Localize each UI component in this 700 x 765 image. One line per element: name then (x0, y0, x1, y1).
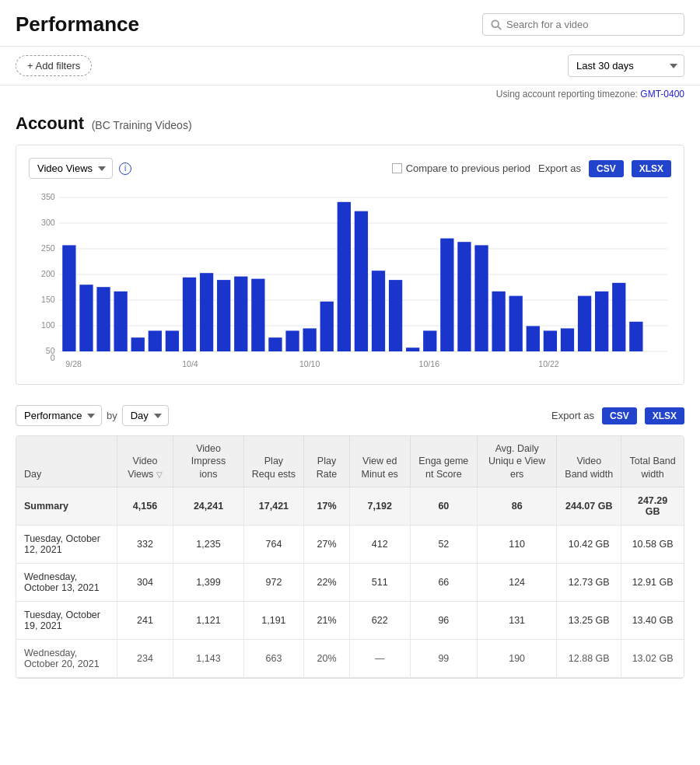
summary-video-views: 4,156 (117, 487, 173, 525)
svg-rect-43 (509, 296, 523, 351)
compare-checkbox[interactable] (392, 163, 402, 173)
table-row: Tuesday, October 19, 2021 241 1,121 1,19… (16, 601, 684, 639)
svg-text:9/28: 9/28 (65, 359, 82, 369)
row-video-bandwidth: 13.25 GB (557, 601, 621, 639)
table-row: Wednesday, October 13, 2021 304 1,399 97… (16, 563, 684, 601)
row-video-impressions: 1,121 (173, 601, 243, 639)
svg-rect-25 (200, 273, 213, 351)
date-range-select[interactable]: Last 30 days Last 7 days Last 90 days Cu… (568, 54, 684, 77)
search-icon (491, 19, 502, 30)
bottom-left-controls: Performance by Day (16, 405, 169, 426)
summary-play-requests: 17,421 (243, 487, 304, 525)
metric-select[interactable]: Video Views (29, 158, 113, 179)
chart-xlsx-button[interactable]: XLSX (632, 160, 671, 177)
add-filter-button[interactable]: + Add filters (16, 55, 92, 76)
row-play-rate: 21% (304, 601, 350, 639)
svg-rect-17 (62, 245, 75, 351)
svg-rect-45 (544, 330, 557, 351)
chart-right-controls: Compare to previous period Export as CSV… (392, 160, 671, 177)
timezone-link[interactable]: GMT-0400 (640, 89, 684, 100)
svg-rect-47 (578, 296, 591, 351)
row-video-bandwidth: 12.88 GB (557, 639, 621, 677)
svg-text:250: 250 (41, 243, 55, 253)
summary-engagement-score: 60 (410, 487, 477, 525)
svg-rect-32 (320, 302, 334, 351)
svg-rect-50 (629, 322, 642, 351)
row-viewed-minutes: 622 (349, 601, 410, 639)
col-play-rate: Play Rate (304, 436, 350, 487)
col-total-bandwidth: Total Band width (621, 436, 684, 487)
bar-chart-svg: 350 300 250 200 150 100 50 0 (29, 190, 671, 376)
row-engagement-score: 66 (410, 563, 477, 601)
summary-avg-daily-unique: 86 (477, 487, 556, 525)
summary-video-impressions: 24,241 (173, 487, 243, 525)
svg-text:350: 350 (41, 192, 55, 201)
row-engagement-score: 99 (410, 639, 477, 677)
row-play-rate: 20% (304, 639, 350, 677)
svg-rect-33 (338, 202, 351, 351)
svg-text:10/16: 10/16 (419, 359, 439, 369)
search-container (482, 13, 684, 36)
summary-row: Summary 4,156 24,241 17,421 17% 7,192 60… (16, 487, 684, 525)
info-icon[interactable]: i (119, 162, 131, 175)
row-play-rate: 27% (304, 525, 350, 563)
svg-rect-22 (149, 330, 162, 351)
summary-total-bandwidth: 247.29 GB (621, 487, 684, 525)
row-video-bandwidth: 10.42 GB (557, 525, 621, 563)
summary-viewed-minutes: 7,192 (349, 487, 410, 525)
svg-rect-31 (303, 328, 316, 351)
svg-rect-27 (234, 277, 247, 351)
svg-rect-21 (131, 337, 145, 351)
row-engagement-score: 96 (410, 601, 477, 639)
svg-text:200: 200 (41, 269, 55, 278)
data-table: Day Video Views ▽ Video Impress ions Pla… (16, 436, 684, 678)
table-xlsx-button[interactable]: XLSX (645, 407, 684, 424)
day-select[interactable]: Day (122, 405, 169, 426)
search-input[interactable] (506, 19, 676, 30)
row-total-bandwidth: 12.91 GB (621, 563, 684, 601)
svg-rect-49 (612, 283, 625, 351)
col-video-bandwidth: Video Band width (557, 436, 621, 487)
svg-rect-37 (406, 348, 419, 351)
row-video-views: 241 (117, 601, 173, 639)
svg-text:10/4: 10/4 (182, 359, 198, 369)
summary-day: Summary (16, 487, 117, 525)
svg-rect-20 (114, 292, 127, 351)
table-header-row: Day Video Views ▽ Video Impress ions Pla… (16, 436, 684, 487)
table-csv-button[interactable]: CSV (602, 407, 637, 424)
row-total-bandwidth: 10.58 GB (621, 525, 684, 563)
svg-text:0: 0 (51, 353, 55, 362)
performance-select[interactable]: Performance (16, 405, 102, 426)
svg-rect-38 (423, 330, 436, 351)
svg-rect-48 (595, 292, 608, 351)
svg-text:300: 300 (41, 218, 55, 227)
by-label: by (107, 410, 117, 421)
chart-controls: Video Views i Compare to previous period… (29, 158, 671, 179)
data-table-wrapper: Day Video Views ▽ Video Impress ions Pla… (16, 435, 684, 679)
svg-rect-23 (166, 330, 179, 351)
bottom-export-label: Export as (551, 410, 594, 421)
svg-rect-44 (527, 326, 540, 351)
row-avg-daily-unique: 190 (477, 639, 556, 677)
row-day: Tuesday, October 12, 2021 (16, 525, 117, 563)
compare-label: Compare to previous period (392, 162, 530, 174)
svg-rect-36 (389, 280, 402, 351)
col-video-views[interactable]: Video Views ▽ (117, 436, 173, 487)
bottom-right-controls: Export as CSV XLSX (551, 407, 684, 424)
row-avg-daily-unique: 131 (477, 601, 556, 639)
chart-container: Video Views i Compare to previous period… (16, 145, 684, 385)
col-video-impressions: Video Impress ions (173, 436, 243, 487)
svg-text:10/22: 10/22 (538, 359, 558, 369)
account-subtitle: (BC Training Videos) (92, 119, 192, 131)
summary-play-rate: 17% (304, 487, 350, 525)
row-day: Wednesday, October 13, 2021 (16, 563, 117, 601)
svg-rect-41 (474, 245, 488, 351)
svg-rect-39 (440, 239, 453, 351)
chart-csv-button[interactable]: CSV (589, 160, 624, 177)
row-video-views: 332 (117, 525, 173, 563)
row-play-requests: 1,191 (243, 601, 304, 639)
row-play-rate: 22% (304, 563, 350, 601)
row-video-views: 304 (117, 563, 173, 601)
row-play-requests: 972 (243, 563, 304, 601)
row-video-bandwidth: 12.73 GB (557, 563, 621, 601)
